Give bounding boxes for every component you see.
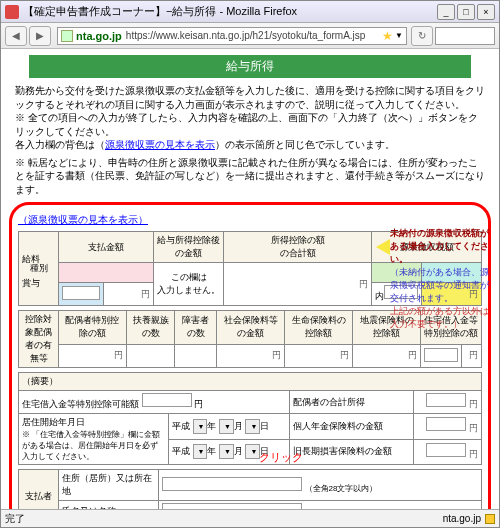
url-host: nta.go.jp bbox=[76, 30, 122, 42]
minimize-button[interactable]: _ bbox=[437, 4, 455, 20]
bookmark-icon[interactable]: ★ bbox=[382, 29, 393, 43]
sec3-r2: 個人年金保険料の金額 bbox=[290, 414, 413, 440]
sec4-r1: 住所（居所）又は所在地 bbox=[59, 470, 159, 501]
sec2-v5: 円 bbox=[285, 344, 353, 367]
forward-button[interactable]: ▶ bbox=[29, 26, 51, 46]
sec2-c3: 障害者の数 bbox=[175, 311, 217, 345]
instr-p4: ※ 転居などにより、申告時の住所と源泉徴収票に記載された住所が異なる場合には、住… bbox=[15, 156, 485, 197]
reload-button[interactable]: ↻ bbox=[411, 26, 433, 46]
maximize-button[interactable]: □ bbox=[457, 4, 475, 20]
toolbar: ◀ ▶ nta.go.jp https://www.keisan.nta.go.… bbox=[1, 23, 499, 49]
input-pension[interactable] bbox=[426, 417, 466, 431]
sec2-v4: 円 bbox=[217, 344, 285, 367]
url-full: https://www.keisan.nta.go.jp/h21/syotoku… bbox=[126, 30, 382, 41]
sec4-r1v: （全角28文字以内） bbox=[159, 470, 482, 501]
dropdown-icon[interactable]: ▼ bbox=[395, 31, 403, 40]
sec2-c2: 扶養親族の数 bbox=[126, 311, 174, 345]
input-payer-addr[interactable] bbox=[162, 477, 302, 491]
sec2-v7a bbox=[421, 344, 462, 367]
cell-pay-pink bbox=[59, 263, 154, 283]
url-bar[interactable]: nta.go.jp https://www.keisan.nta.go.jp/h… bbox=[57, 27, 407, 45]
col-deduct: 所得控除の額 の合計額 bbox=[224, 232, 372, 263]
instructions: 勤務先から交付を受けた源泉徴収票の支払金額等を入力した後に、適用を受ける控除に関… bbox=[15, 84, 485, 196]
sec2-v3 bbox=[175, 344, 217, 367]
select-m1[interactable] bbox=[219, 419, 234, 434]
side-note: 未納付の源泉徴収税額がある場合入力してください。 （未納付がある場合、源泉徴収税… bbox=[390, 227, 490, 331]
arrow-icon bbox=[376, 239, 390, 255]
sec2-c1: 配偶者特別控除の額 bbox=[59, 311, 127, 345]
select-y2[interactable] bbox=[193, 444, 208, 459]
input-payer-name[interactable] bbox=[162, 503, 302, 509]
input-longterm[interactable] bbox=[426, 443, 466, 457]
window-title: 【確定申告書作成コーナー】−給与所得 - Mozilla Firefox bbox=[23, 4, 435, 19]
sec3-line1: 住宅借入金等特別控除可能額 円 bbox=[19, 391, 290, 414]
back-button[interactable]: ◀ bbox=[5, 26, 27, 46]
input-bonus[interactable] bbox=[62, 286, 100, 300]
sec2-v1: 円 bbox=[59, 344, 127, 367]
instr-p3: 各入力欄の背色は（源泉徴収票の見本を表示）の表示箇所と同じ色で示しています。 bbox=[15, 138, 485, 152]
sec4-table: 支払者 住所（居所）又は所在地 （全角28文字以内） 氏名又は名称 （全角28文… bbox=[18, 469, 482, 509]
sec3-r2v: 円 bbox=[413, 414, 481, 440]
page-title: 給与所得 bbox=[29, 55, 471, 78]
sec3-r1v: 円 bbox=[413, 391, 481, 414]
row-bonus: 賞与 bbox=[22, 277, 40, 290]
status-left: 完了 bbox=[5, 512, 25, 526]
sec3-date1: 平成 年 月 日 bbox=[169, 414, 290, 440]
sec3-r1: 配偶者の合計所得 bbox=[290, 391, 413, 414]
cell-pay-yen: 円 bbox=[104, 283, 154, 306]
cell-deduct-sum: 円 bbox=[224, 263, 372, 306]
col-after: 給与所得控除後 の金額 bbox=[154, 232, 224, 263]
sec4-label: 支払者 bbox=[19, 470, 59, 510]
show-sample-link[interactable]: （源泉徴収票の見本を表示） bbox=[18, 213, 148, 227]
sample-link[interactable]: 源泉徴収票の見本を表示 bbox=[105, 139, 215, 150]
sec2-c4: 社会保険料等の金額 bbox=[217, 311, 285, 345]
page-content: 給与所得 勤務先から交付を受けた源泉徴収票の支払金額等を入力した後に、適用を受け… bbox=[1, 49, 499, 509]
sec3-line2: 居住開始年月日 ※ 「住宅借入金等特別控除」欄に金額がある場合は、居住開始年月日… bbox=[19, 414, 169, 465]
firefox-icon bbox=[5, 5, 19, 19]
sec2-v2 bbox=[126, 344, 174, 367]
row-salary: 給料 bbox=[22, 253, 40, 266]
sec3-title: （摘要） bbox=[19, 373, 482, 391]
sec4-r2: 氏名又は名称 bbox=[59, 501, 159, 510]
instr-p1: 勤務先から交付を受けた源泉徴収票の支払金額等を入力した後に、適用を受ける控除に関… bbox=[15, 84, 485, 111]
col-pay: 支払金額 bbox=[59, 232, 154, 263]
cell-mid-note: この欄は 入力しません。 bbox=[154, 263, 224, 306]
cell-pay-blue bbox=[59, 283, 104, 306]
col-kind: 種別 bbox=[19, 232, 59, 306]
close-button[interactable]: × bbox=[477, 4, 495, 20]
statusbar: 完了 nta.go.jp bbox=[1, 509, 499, 527]
click-label: クリック bbox=[221, 450, 341, 465]
sec4-r2v: （全角28文字以内） bbox=[159, 501, 482, 510]
search-box[interactable] bbox=[435, 27, 495, 45]
sec2-v6: 円 bbox=[353, 344, 421, 367]
input-housing[interactable] bbox=[424, 348, 458, 362]
select-y1[interactable] bbox=[193, 419, 208, 434]
sec2-v7b: 円 bbox=[462, 344, 482, 367]
titlebar: 【確定申告書作成コーナー】−給与所得 - Mozilla Firefox _ □… bbox=[1, 1, 499, 23]
lock-icon bbox=[61, 30, 73, 42]
status-host: nta.go.jp bbox=[443, 513, 481, 524]
input-housing-possible[interactable] bbox=[142, 393, 192, 407]
sec2-c5: 生命保険料の控除額 bbox=[285, 311, 353, 345]
sec3-r3v: 円 bbox=[413, 439, 481, 465]
select-d1[interactable] bbox=[245, 419, 260, 434]
sec2-label: 控除対象配偶者の有無等 bbox=[19, 311, 59, 368]
instr-p2: ※ 全ての項目への入力が終了したら、入力内容を確認の上、画面下の「入力終了（次へ… bbox=[15, 111, 485, 138]
status-lock-icon bbox=[485, 514, 495, 524]
input-spouse[interactable] bbox=[426, 393, 466, 407]
